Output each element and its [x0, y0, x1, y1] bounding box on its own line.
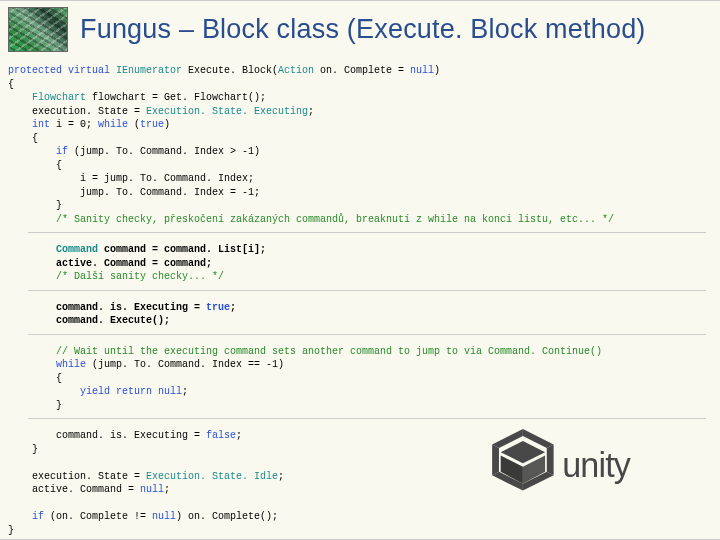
line7b: (jump. To. Command. Index > -1) — [68, 146, 260, 157]
code-block-2: Command command = command. List[i]; acti… — [0, 239, 720, 284]
slide-title: Fungus – Block class (Execute. Block met… — [80, 14, 646, 45]
comment-sanity-2: /* Další sanity checky... */ — [8, 271, 224, 282]
sig-2: on. Complete = — [314, 65, 410, 76]
brace-open: { — [8, 79, 14, 90]
brace-loop-open: { — [8, 133, 38, 144]
sig-1: Execute. Block( — [182, 65, 278, 76]
fractal-logo — [8, 7, 68, 52]
line27d: ) on. Complete(); — [176, 511, 278, 522]
type-ienumerator: IEnumerator — [116, 65, 182, 76]
type-action: Action — [278, 65, 314, 76]
type-flowchart: Flowchart — [8, 92, 86, 103]
line21b: ; — [182, 386, 188, 397]
kw-null-3: null — [152, 511, 176, 522]
brace-if-close: } — [8, 200, 62, 211]
line5f: ) — [164, 119, 170, 130]
code-block-5: command. is. Executing = false; } execut… — [0, 425, 720, 537]
kw-null-2: null — [140, 484, 164, 495]
code-block-3: command. is. Executing = true; command. … — [0, 297, 720, 328]
line27b: (on. Complete != — [44, 511, 152, 522]
kw-true-1: true — [140, 119, 164, 130]
line9: i = jump. To. Command. Index; — [8, 173, 254, 184]
line4c: ; — [308, 106, 314, 117]
line16c: ; — [230, 302, 236, 313]
kw-true-2: true — [206, 302, 230, 313]
divider-3 — [28, 334, 706, 335]
sig-3: ) — [434, 65, 440, 76]
brace-loop-close: } — [8, 444, 38, 455]
brace-close: } — [8, 525, 14, 536]
code-block-4: // Wait until the executing command sets… — [0, 341, 720, 413]
line5b: i = 0; — [50, 119, 98, 130]
divider-4 — [28, 418, 706, 419]
line16a: command. is. Executing = — [8, 302, 206, 313]
kw-while-2: while — [8, 359, 86, 370]
type-command: Command — [8, 244, 98, 255]
kw-protected-virtual: protected virtual — [8, 65, 116, 76]
line14: active. Command = command; — [8, 258, 212, 269]
kw-while-1: while — [98, 119, 128, 130]
line4a: execution. State = — [8, 106, 146, 117]
divider-2 — [28, 290, 706, 291]
divider-1 — [28, 232, 706, 233]
kw-if-1: if — [8, 146, 68, 157]
kw-null-1: null — [410, 65, 434, 76]
line5d: ( — [128, 119, 140, 130]
brace-while-close: } — [8, 400, 62, 411]
line23c: ; — [236, 430, 242, 441]
line25c: ; — [278, 471, 284, 482]
kw-yield-return-null: yield return null — [8, 386, 182, 397]
enum-executing: Execution. State. Executing — [146, 106, 308, 117]
comment-wait: // Wait until the executing command sets… — [8, 346, 602, 357]
kw-int: int — [8, 119, 50, 130]
line25a: execution. State = — [8, 471, 146, 482]
line26c: ; — [164, 484, 170, 495]
line17: command. Execute(); — [8, 315, 170, 326]
comment-sanity-1: /* Sanity checky, přeskočení zakázaných … — [8, 214, 614, 225]
kw-if-2: if — [8, 511, 44, 522]
line26a: active. Command = — [8, 484, 140, 495]
line3b: flowchart = Get. Flowchart(); — [86, 92, 266, 103]
line10: jump. To. Command. Index = -1; — [8, 187, 260, 198]
brace-if-open: { — [8, 160, 62, 171]
line19b: (jump. To. Command. Index == -1) — [86, 359, 284, 370]
line23a: command. is. Executing = — [8, 430, 206, 441]
enum-idle: Execution. State. Idle — [146, 471, 278, 482]
slide-header: Fungus – Block class (Execute. Block met… — [0, 1, 720, 60]
brace-while-open: { — [8, 373, 62, 384]
kw-false: false — [206, 430, 236, 441]
line13b: command = command. List[i]; — [98, 244, 266, 255]
code-block: protected virtual IEnumerator Execute. B… — [0, 60, 720, 226]
